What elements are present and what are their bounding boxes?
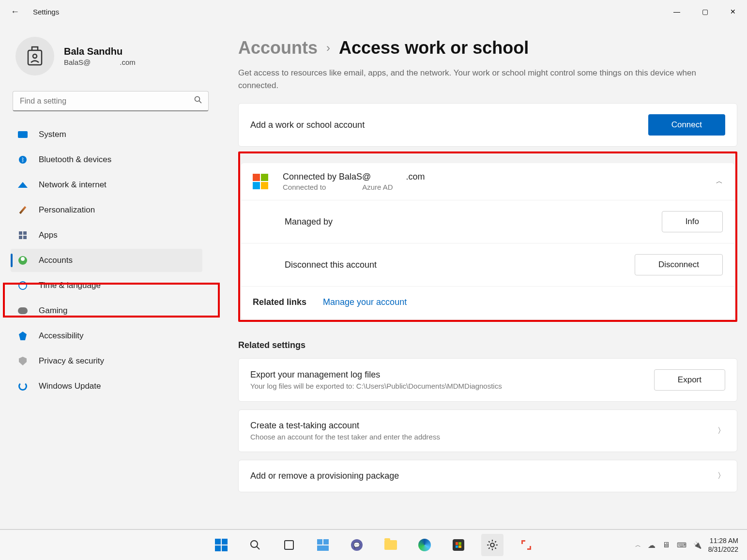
chevron-right-icon: 〉 bbox=[717, 471, 725, 481]
tray-network-icon[interactable]: 🔌 bbox=[693, 541, 701, 549]
taskbar-clock[interactable]: 11:28 AM 8/31/2022 bbox=[708, 536, 738, 554]
window-title: Settings bbox=[33, 8, 59, 16]
profile-name: Bala Sandhu bbox=[64, 46, 136, 57]
test-account-row[interactable]: Create a test-taking account Choose an a… bbox=[238, 409, 737, 452]
disconnect-row: Disconnect this account Disconnect bbox=[241, 243, 734, 287]
snipping-tool-icon[interactable] bbox=[515, 534, 537, 556]
breadcrumb-parent[interactable]: Accounts bbox=[238, 38, 318, 58]
settings-app-icon[interactable] bbox=[481, 534, 503, 556]
related-links-row: Related links Manage your account bbox=[241, 287, 734, 319]
person-icon bbox=[17, 255, 28, 266]
settings-window: ← Settings — ▢ ✕ Bala Sandhu BalaS@xxxxx… bbox=[0, 0, 747, 530]
search-icon bbox=[194, 96, 202, 106]
tray-monitor-icon[interactable]: 🖥 bbox=[662, 541, 670, 549]
brush-icon bbox=[17, 205, 28, 215]
add-account-label: Add a work or school account bbox=[250, 120, 648, 130]
back-button[interactable]: ← bbox=[11, 7, 25, 17]
test-account-subtitle: Choose an account for the test taker and… bbox=[250, 433, 717, 441]
nav-item-update[interactable]: Windows Update bbox=[11, 375, 202, 398]
svg-point-1 bbox=[33, 54, 37, 58]
sidebar: Bala Sandhu BalaS@xxxxxxxx.com System ᛒB… bbox=[0, 23, 213, 398]
task-view-icon[interactable] bbox=[278, 534, 300, 556]
add-account-card: Add a work or school account Connect bbox=[238, 103, 737, 147]
system-tray: ︿ ☁ 🖥 ⌨ 🔌 11:28 AM 8/31/2022 bbox=[635, 536, 747, 554]
tray-language-icon[interactable]: ⌨ bbox=[677, 541, 686, 549]
export-button[interactable]: Export bbox=[654, 369, 725, 391]
info-button[interactable]: Info bbox=[662, 211, 723, 232]
titlebar: ← Settings — ▢ ✕ bbox=[0, 0, 747, 23]
tray-chevron-icon[interactable]: ︿ bbox=[635, 541, 641, 549]
svg-point-2 bbox=[195, 97, 200, 102]
update-icon bbox=[17, 381, 28, 392]
nav-item-system[interactable]: System bbox=[11, 123, 202, 146]
microsoft-logo-icon bbox=[253, 174, 268, 189]
annotation-highlight-sidebar bbox=[3, 283, 220, 318]
taskbar: 💬 ︿ ☁ 🖥 ⌨ 🔌 11:28 AM 8/31/2022 bbox=[0, 530, 747, 560]
nav-item-network[interactable]: Network & internet bbox=[11, 173, 202, 197]
svg-rect-8 bbox=[521, 540, 523, 544]
chevron-right-icon: › bbox=[326, 41, 330, 55]
widgets-icon[interactable] bbox=[312, 534, 334, 556]
export-title: Export your management log files bbox=[250, 370, 654, 380]
connected-account-card: Connected by BalaS@xxxxxxxx.com Connecte… bbox=[241, 163, 734, 319]
maximize-button[interactable]: ▢ bbox=[691, 2, 719, 21]
chevron-up-icon[interactable]: ︿ bbox=[716, 177, 723, 186]
taskbar-search-icon[interactable] bbox=[244, 534, 266, 556]
store-icon[interactable] bbox=[447, 534, 470, 556]
managed-by-label: Managed by bbox=[285, 217, 662, 227]
connected-account-header[interactable]: Connected by BalaS@xxxxxxxx.com Connecte… bbox=[241, 163, 734, 200]
breadcrumb-current: Access work or school bbox=[339, 38, 529, 58]
svg-point-4 bbox=[251, 541, 258, 547]
svg-point-6 bbox=[490, 543, 494, 547]
accessibility-icon bbox=[17, 331, 28, 341]
connect-button[interactable]: Connect bbox=[648, 114, 725, 136]
teams-icon[interactable]: 💬 bbox=[346, 534, 368, 556]
avatar bbox=[15, 37, 54, 76]
page-description: Get access to resources like email, apps… bbox=[238, 67, 722, 91]
tray-onedrive-icon[interactable]: ☁ bbox=[648, 541, 656, 550]
annotation-highlight-main: Connected by BalaS@xxxxxxxx.com Connecte… bbox=[238, 151, 737, 322]
related-links-label: Related links bbox=[253, 297, 306, 307]
connected-subtitle: Connected toxxxxxxxxxxAzure AD bbox=[283, 183, 425, 191]
provisioning-row[interactable]: Add or remove a provisioning package 〉 bbox=[238, 460, 737, 492]
system-icon bbox=[17, 129, 28, 140]
nav-item-accounts[interactable]: Accounts bbox=[11, 249, 202, 272]
content-area: Accounts › Access work or school Get acc… bbox=[238, 38, 737, 529]
chevron-right-icon: 〉 bbox=[717, 426, 725, 436]
nav-item-apps[interactable]: Apps bbox=[11, 224, 202, 247]
provisioning-title: Add or remove a provisioning package bbox=[250, 471, 717, 481]
bluetooth-icon: ᛒ bbox=[17, 154, 28, 165]
edge-icon[interactable] bbox=[413, 534, 436, 556]
nav-item-privacy[interactable]: Privacy & security bbox=[11, 349, 202, 373]
disconnect-button[interactable]: Disconnect bbox=[635, 254, 723, 275]
explorer-icon[interactable] bbox=[380, 534, 402, 556]
breadcrumb: Accounts › Access work or school bbox=[238, 38, 737, 58]
search-box[interactable] bbox=[13, 91, 209, 111]
export-subtitle: Your log files will be exported to: C:\U… bbox=[250, 382, 654, 390]
managed-by-row: Managed by Info bbox=[241, 200, 734, 243]
nav-item-bluetooth[interactable]: ᛒBluetooth & devices bbox=[11, 148, 202, 171]
nav-item-personalization[interactable]: Personalization bbox=[11, 198, 202, 222]
apps-icon bbox=[17, 230, 28, 241]
close-button[interactable]: ✕ bbox=[719, 2, 747, 21]
profile-email: BalaS@xxxxxxxx.com bbox=[64, 58, 136, 66]
minimize-button[interactable]: — bbox=[663, 2, 691, 21]
search-input[interactable] bbox=[13, 91, 209, 111]
svg-rect-10 bbox=[530, 546, 531, 550]
shield-icon bbox=[17, 356, 28, 366]
test-account-title: Create a test-taking account bbox=[250, 421, 717, 431]
disconnect-label: Disconnect this account bbox=[285, 260, 635, 270]
nav-list: System ᛒBluetooth & devices Network & in… bbox=[11, 123, 202, 398]
related-settings-heading: Related settings bbox=[238, 340, 737, 350]
svg-line-3 bbox=[199, 101, 202, 104]
nav-item-accessibility[interactable]: Accessibility bbox=[11, 324, 202, 348]
export-logs-row: Export your management log files Your lo… bbox=[238, 358, 737, 402]
connected-title: Connected by BalaS@xxxxxxxx.com bbox=[283, 172, 425, 182]
manage-account-link[interactable]: Manage your account bbox=[323, 297, 407, 307]
wifi-icon bbox=[17, 180, 28, 190]
start-button[interactable] bbox=[210, 534, 232, 556]
svg-line-5 bbox=[257, 546, 259, 549]
profile-block[interactable]: Bala Sandhu BalaS@xxxxxxxx.com bbox=[11, 37, 202, 88]
